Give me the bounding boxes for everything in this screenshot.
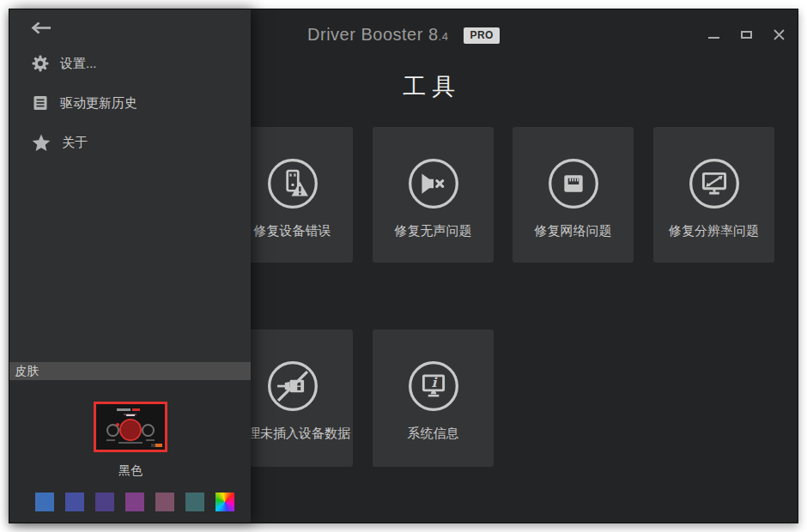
color-swatch-blue[interactable] [35,493,54,511]
tool-label: 修复无声问题 [373,223,494,239]
app-version-major: 8 [428,25,439,44]
tool-tile-fix-resolution[interactable]: 修复分辨率问题 [653,127,774,263]
back-arrow-icon [30,21,52,35]
skin-panel: 黑色 [9,380,251,523]
gear-icon [32,55,49,72]
unplugged-device-icon [266,360,319,416]
thumb-bottom-text [118,442,143,444]
color-swatch-teal[interactable] [185,493,204,511]
thumb-right-circle [142,424,155,437]
thumb-title-bar [117,408,130,411]
color-swatch-purple[interactable] [95,493,114,511]
tool-tile-system-info[interactable]: i 系统信息 [373,329,494,467]
window-controls [707,28,786,40]
network-icon [547,157,600,214]
color-swatch-indigo[interactable] [65,493,84,511]
color-swatch-mauve[interactable] [155,493,174,511]
system-info-icon: i [407,360,460,416]
sidebar-item-label: 设置... [60,56,97,72]
maximize-button[interactable] [739,28,753,40]
sidebar-item-label: 驱动更新历史 [60,95,137,112]
thumb-scan-text [126,414,135,416]
skin-name-label: 黑色 [94,463,167,479]
close-icon [774,29,785,40]
thumb-progress-bar [151,444,162,447]
skin-color-swatches [35,493,234,511]
app-version-minor: .4 [439,30,449,43]
desktop: Driver Booster 8.4 PRO 工具 [0,0,807,532]
sidebar-item-about[interactable]: 关于 [32,133,88,152]
sidebar-drawer: 设置... 驱动更新历史 关于 皮肤 [9,9,251,523]
thumb-scan-circle [119,419,142,441]
tool-tile-fix-network[interactable]: 修复网络问题 [513,127,634,263]
sidebar-item-settings[interactable]: 设置... [32,54,97,73]
resolution-icon [688,157,741,214]
star-icon [32,134,51,152]
color-swatch-magenta[interactable] [125,493,144,511]
pro-badge: PRO [464,27,500,44]
skin-section-header: 皮肤 [9,362,251,380]
close-button[interactable] [772,28,786,40]
driver-booster-window: Driver Booster 8.4 PRO 工具 [9,9,798,523]
skin-thumbnail-black[interactable] [94,402,167,452]
thumb-left-label [106,439,115,441]
device-error-icon [266,157,319,214]
thumb-notification-dot [116,423,119,426]
tool-label: 修复网络问题 [513,223,634,239]
maximize-icon [741,31,752,39]
thumb-pro-badge [132,408,140,411]
sidebar-item-label: 关于 [62,135,88,151]
minimize-icon [708,37,719,39]
history-list-icon [32,94,49,112]
thumb-right-label [146,439,155,441]
color-swatch-rainbow[interactable] [215,493,234,511]
tool-label: 修复分辨率问题 [653,223,774,239]
back-button[interactable] [30,21,52,36]
tool-tile-fix-no-sound[interactable]: 修复无声问题 [373,127,494,263]
page-title: 工具 [403,71,461,102]
no-sound-icon [407,157,460,214]
tool-label: 系统信息 [373,426,494,442]
app-title-text: Driver Booster [307,25,423,44]
minimize-button[interactable] [707,28,720,40]
sidebar-item-driver-update-history[interactable]: 驱动更新历史 [32,94,137,112]
